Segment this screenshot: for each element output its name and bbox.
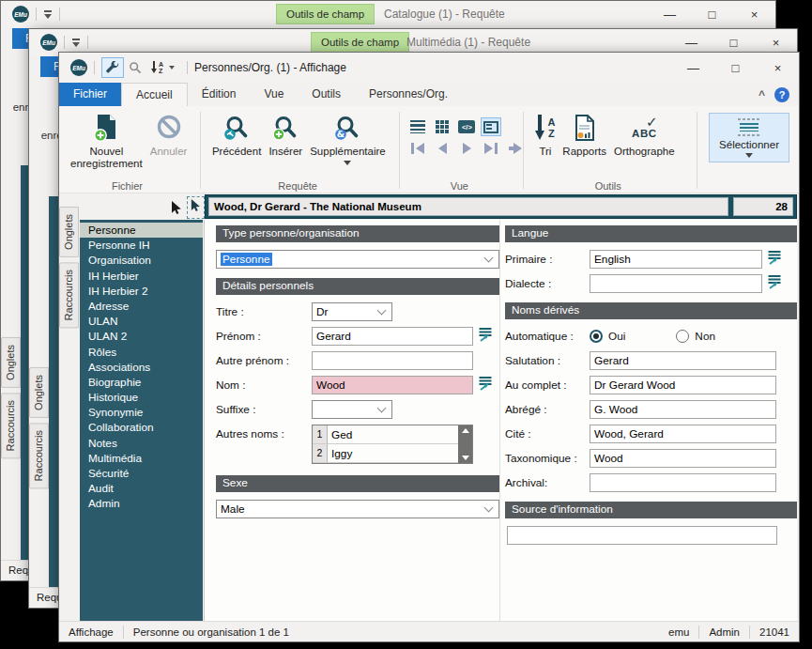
sort-button[interactable]: AZ xyxy=(150,61,163,74)
sidebar-item-ih-herbier-2[interactable]: IH Herbier 2 xyxy=(80,284,203,299)
sexe-dropdown[interactable]: Male xyxy=(216,500,499,518)
table-scrollbar[interactable] xyxy=(458,425,472,463)
dialecte-field[interactable] xyxy=(590,274,762,293)
status-server: emu xyxy=(659,626,698,638)
help-icon[interactable]: ? xyxy=(774,87,789,102)
sidebar-item-ulan[interactable]: ULAN xyxy=(80,314,203,329)
maximize-button[interactable]: □ xyxy=(691,1,733,27)
lookup-list-icon[interactable] xyxy=(478,327,493,346)
sidebar-item-ih-herbier[interactable]: IH Herbier xyxy=(80,269,203,284)
sidebar-item-personne[interactable]: Personne xyxy=(80,223,203,238)
sidebar-item-admin[interactable]: Admin xyxy=(80,496,203,511)
sidebar-item-securite[interactable]: Sécurité xyxy=(80,466,203,481)
tab-onglets[interactable]: Onglets xyxy=(1,337,21,388)
taxonomique-field[interactable] xyxy=(590,449,776,468)
previous-search-button[interactable]: Précédent xyxy=(208,111,265,159)
sidebar-item-audit[interactable]: Audit xyxy=(80,481,203,496)
supplementary-search-button[interactable]: & Supplémentaire xyxy=(306,111,390,166)
tab-outils[interactable]: Outils xyxy=(298,83,355,106)
sidebar-item-synonymie[interactable]: Synonymie xyxy=(80,405,203,420)
sidebar-item-multimedia[interactable]: Multimédia xyxy=(80,451,203,466)
quick-access-dropdown-icon[interactable] xyxy=(169,66,175,70)
collapse-ribbon-icon[interactable]: ^ xyxy=(758,88,765,101)
search-button[interactable] xyxy=(124,57,146,78)
group-label-requete: Requête xyxy=(201,180,394,192)
close-button[interactable]: × xyxy=(757,53,799,83)
record-summary-title: Wood, Dr Gerard - The National Museum xyxy=(208,197,728,216)
previous-record-button[interactable] xyxy=(432,143,452,154)
type-personne-dropdown[interactable]: Personne xyxy=(216,250,499,269)
first-record-button[interactable] xyxy=(407,143,428,154)
catalogue-titlebar[interactable]: EMu Outils de champ Catalogue (1) - Requ… xyxy=(1,1,775,27)
spellcheck-button[interactable]: ✓ ABC Orthographe xyxy=(610,111,679,159)
sort-button[interactable]: AZ Tri xyxy=(531,111,559,159)
prenom-field[interactable] xyxy=(312,327,473,346)
minimize-button[interactable]: — xyxy=(672,53,714,83)
cite-field[interactable] xyxy=(590,425,776,443)
sidebar-item-adresse[interactable]: Adresse xyxy=(80,299,203,314)
sidebar-item-notes[interactable]: Notes xyxy=(80,436,203,451)
section-details-personnels: Détails personnels xyxy=(216,278,499,295)
titre-dropdown[interactable]: Dr xyxy=(312,302,392,321)
close-button[interactable]: × xyxy=(733,1,775,27)
new-record-button[interactable]: Nouvel enregistrement xyxy=(67,111,146,171)
salutation-field[interactable] xyxy=(590,351,776,370)
quick-access-dropdown-icon[interactable] xyxy=(43,10,53,19)
tab-fichier[interactable]: Fichier xyxy=(59,83,121,106)
abrege-field[interactable] xyxy=(590,400,776,419)
last-record-button[interactable] xyxy=(481,143,501,154)
lookup-list-icon[interactable] xyxy=(767,274,782,293)
sidebar-item-personne-ih[interactable]: Personne IH xyxy=(80,238,203,253)
goto-record-button[interactable] xyxy=(505,143,526,154)
scroll-down-icon[interactable] xyxy=(462,456,469,460)
tab-raccourcis[interactable]: Raccourcis xyxy=(59,262,79,328)
maximize-button[interactable]: □ xyxy=(714,53,757,83)
primaire-field[interactable] xyxy=(590,250,762,269)
radio-non[interactable] xyxy=(676,330,689,343)
table-row[interactable]: 2 Iggy xyxy=(313,444,458,463)
side-tab-strip: Onglets Raccourcis xyxy=(1,337,21,458)
autres-noms-table[interactable]: 1 Ged 2 Iggy xyxy=(312,425,473,464)
insert-search-icon xyxy=(272,112,299,144)
lookup-list-icon[interactable] xyxy=(478,376,493,394)
nom-field[interactable] xyxy=(312,376,473,394)
archival-field[interactable] xyxy=(590,473,776,492)
next-record-button[interactable] xyxy=(456,143,477,154)
tab-edition[interactable]: Édition xyxy=(188,83,251,106)
view-grid-button[interactable] xyxy=(432,117,452,136)
sidebar-item-associations[interactable]: Associations xyxy=(80,360,203,375)
sidebar-item-biographie[interactable]: Biographie xyxy=(80,375,203,390)
tab-accueil[interactable]: Accueil xyxy=(121,83,188,106)
table-row[interactable]: 1 Ged xyxy=(313,425,458,444)
lookup-list-icon[interactable] xyxy=(767,250,782,269)
reports-button[interactable]: Rapports xyxy=(559,111,610,159)
sidebar-item-collaboration[interactable]: Collaboration xyxy=(80,420,203,435)
sidebar-item-roles[interactable]: Rôles xyxy=(80,345,203,360)
sidebar-item-organisation[interactable]: Organisation xyxy=(80,253,203,268)
scroll-up-icon[interactable] xyxy=(462,428,469,433)
suffixe-dropdown[interactable] xyxy=(312,400,392,419)
window-title: Catalogue (1) - Requête xyxy=(384,8,505,21)
select-button[interactable]: Sélectionner xyxy=(709,113,789,162)
tab-raccourcis[interactable]: Raccourcis xyxy=(1,393,21,458)
quick-access-dropdown-icon[interactable] xyxy=(71,39,81,47)
radio-oui[interactable] xyxy=(590,330,603,343)
view-form-button[interactable] xyxy=(481,117,501,136)
sidebar-item-historique[interactable]: Historique xyxy=(80,390,203,405)
field-tools-wrench-button[interactable] xyxy=(101,57,124,78)
tab-onglets[interactable]: Onglets xyxy=(29,367,49,418)
source-field[interactable] xyxy=(507,526,777,545)
cancel-button[interactable]: Annuler xyxy=(146,111,192,159)
tab-onglets[interactable]: Onglets xyxy=(59,207,79,257)
view-code-button[interactable]: </> xyxy=(456,117,477,136)
tab-personnes-org[interactable]: Personnes/Org. xyxy=(355,83,462,106)
sidebar-item-ulan-2[interactable]: ULAN 2 xyxy=(80,329,203,344)
minimize-button[interactable]: — xyxy=(649,1,691,27)
autre-prenom-field[interactable] xyxy=(312,351,473,370)
tab-raccourcis[interactable]: Raccourcis xyxy=(29,423,49,488)
au-complet-field[interactable] xyxy=(590,376,776,394)
insert-search-button[interactable]: Insérer xyxy=(265,111,306,159)
personnes-titlebar[interactable]: EMu AZ Personnes/Org. (1) xyxy=(59,53,799,83)
view-list-button[interactable] xyxy=(407,117,428,136)
tab-vue[interactable]: Vue xyxy=(250,83,298,106)
